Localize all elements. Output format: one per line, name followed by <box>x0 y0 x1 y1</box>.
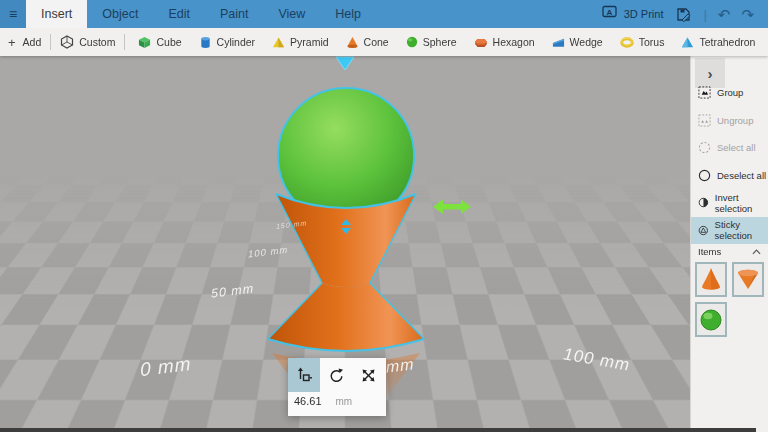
3d-print-icon: A <box>602 5 618 23</box>
shape-hexagon-button[interactable]: Hexagon <box>474 36 535 49</box>
group-button[interactable]: Group <box>691 79 768 107</box>
shape-label: Cone <box>364 36 389 48</box>
custom-shape-button[interactable]: Custom <box>60 35 115 49</box>
3d-viewport-canvas[interactable]: 150 mm 100 mm 50 mm 0 mm mm 100 mm 46.61… <box>0 56 690 432</box>
scale-tool-icon <box>360 367 377 384</box>
rotate-tool-icon <box>328 367 345 384</box>
shape-label: Cylinder <box>217 36 256 48</box>
item-thumbnail-sphere[interactable] <box>695 302 727 337</box>
shape-pyramid-button[interactable]: Pyramid <box>272 36 329 49</box>
invert-selection-icon <box>698 196 709 209</box>
cone-part[interactable] <box>268 283 424 351</box>
custom-polyhedron-icon <box>60 35 74 49</box>
ungroup-icon <box>698 114 711 127</box>
menubar-actions: A 3D Print | ↶ ↷ <box>602 0 768 28</box>
menu-view[interactable]: View <box>263 0 320 28</box>
shape-sphere-button[interactable]: Sphere <box>406 36 457 48</box>
torus-icon <box>620 36 634 49</box>
pyramid-icon <box>272 36 285 49</box>
redo-button[interactable]: ↷ <box>741 7 754 22</box>
shape-label: Tetrahedron <box>699 36 755 48</box>
add-label: Add <box>23 36 42 48</box>
app-window: ≡ Insert Object Edit Paint View Help A 3… <box>0 0 768 432</box>
menu-object[interactable]: Object <box>87 0 153 28</box>
toolbar-divider <box>50 34 51 50</box>
move-down-arrow-handle[interactable] <box>336 57 354 70</box>
shape-label: Pyramid <box>290 36 329 48</box>
cone-up-thumbnail-icon <box>699 266 723 293</box>
menu-paint[interactable]: Paint <box>205 0 264 28</box>
menu-insert[interactable]: Insert <box>26 0 87 28</box>
shape-wedge-button[interactable]: Wedge <box>552 36 603 49</box>
items-section-header[interactable]: Items <box>698 246 761 257</box>
scale-tool-button[interactable] <box>352 358 384 392</box>
save-icon <box>676 7 691 22</box>
select-all-button[interactable]: Select all <box>691 134 768 162</box>
dimension-unit-label: mm <box>336 396 353 407</box>
ungroup-button[interactable]: Ungroup <box>691 107 768 135</box>
item-thumbnail-cone-down[interactable] <box>732 262 764 297</box>
transform-panel: 46.61 mm <box>288 358 386 416</box>
shape-cube-button[interactable]: Cube <box>138 36 181 49</box>
hamburger-menu-button[interactable]: ≡ <box>0 0 26 28</box>
svg-text:A: A <box>606 8 612 17</box>
toolbar-divider <box>124 34 125 50</box>
menu-bar: ≡ Insert Object Edit Paint View Help A 3… <box>0 0 768 28</box>
shape-cone-button[interactable]: Cone <box>346 36 389 49</box>
shape-label: Sphere <box>423 36 457 48</box>
selection-sidebar: › Group Ungroup Select all Deselect all … <box>690 56 768 432</box>
add-button[interactable]: + Add <box>8 35 41 50</box>
group-label: Group <box>717 87 743 98</box>
deselect-all-label: Deselect all <box>717 170 766 181</box>
sticky-selection-label: Sticky selection <box>715 219 768 241</box>
deselect-all-button[interactable]: Deselect all <box>691 162 768 190</box>
3d-print-label: 3D Print <box>624 8 664 20</box>
items-header-label: Items <box>698 246 721 257</box>
cone-down-thumbnail-icon <box>736 268 760 292</box>
shape-cylinder-button[interactable]: Cylinder <box>199 36 256 49</box>
shapes-toolbar: + Add Custom Cube Cylinder Pyramid <box>0 28 768 56</box>
shape-torus-button[interactable]: Torus <box>620 36 665 49</box>
ungroup-label: Ungroup <box>717 115 753 126</box>
menu-edit[interactable]: Edit <box>153 0 205 28</box>
sphere-thumbnail-icon <box>699 308 723 332</box>
invert-selection-label: Invert selection <box>715 192 768 214</box>
dimension-value-input[interactable]: 46.61 <box>294 395 322 407</box>
items-list <box>695 262 767 337</box>
shape-label: Hexagon <box>493 36 535 48</box>
sticky-selection-icon <box>698 224 709 237</box>
wedge-icon <box>552 36 565 49</box>
shape-label: Torus <box>639 36 665 48</box>
chevron-up-icon <box>752 249 761 255</box>
sticky-selection-button[interactable]: Sticky selection <box>691 217 768 245</box>
3d-print-button[interactable]: A 3D Print <box>602 5 664 23</box>
shape-tetrahedron-button[interactable]: Tetrahedron <box>681 36 755 49</box>
cone-icon <box>346 36 359 49</box>
hamburger-icon: ≡ <box>9 6 17 22</box>
cylinder-icon <box>199 36 212 49</box>
select-all-label: Select all <box>717 142 756 153</box>
hexagon-icon <box>474 36 488 49</box>
custom-label: Custom <box>79 36 115 48</box>
tetrahedron-icon <box>681 36 694 49</box>
move-horizontal-arrow-handle[interactable] <box>433 200 471 215</box>
grid-label-mm-partial: mm <box>386 355 415 377</box>
build-plate-edge <box>0 428 756 432</box>
plus-icon: + <box>8 35 16 50</box>
move-tool-icon <box>295 366 313 384</box>
move-tool-button[interactable] <box>288 358 320 392</box>
group-icon <box>698 86 711 99</box>
save-button[interactable] <box>674 5 692 23</box>
rotate-tool-button[interactable] <box>320 358 352 392</box>
deselect-all-icon <box>698 169 711 182</box>
invert-selection-button[interactable]: Invert selection <box>691 189 768 217</box>
item-thumbnail-cone-up[interactable] <box>695 262 727 297</box>
undo-button[interactable]: ↶ <box>718 7 731 22</box>
menubar-separator: | <box>703 7 706 22</box>
shape-label: Wedge <box>570 36 603 48</box>
menu-help[interactable]: Help <box>320 0 376 28</box>
shape-label: Cube <box>156 36 181 48</box>
shape-gallery: Cube Cylinder Pyramid Cone Sphere Hexago… <box>138 36 755 49</box>
cube-icon <box>138 36 151 49</box>
select-all-icon <box>698 141 711 154</box>
